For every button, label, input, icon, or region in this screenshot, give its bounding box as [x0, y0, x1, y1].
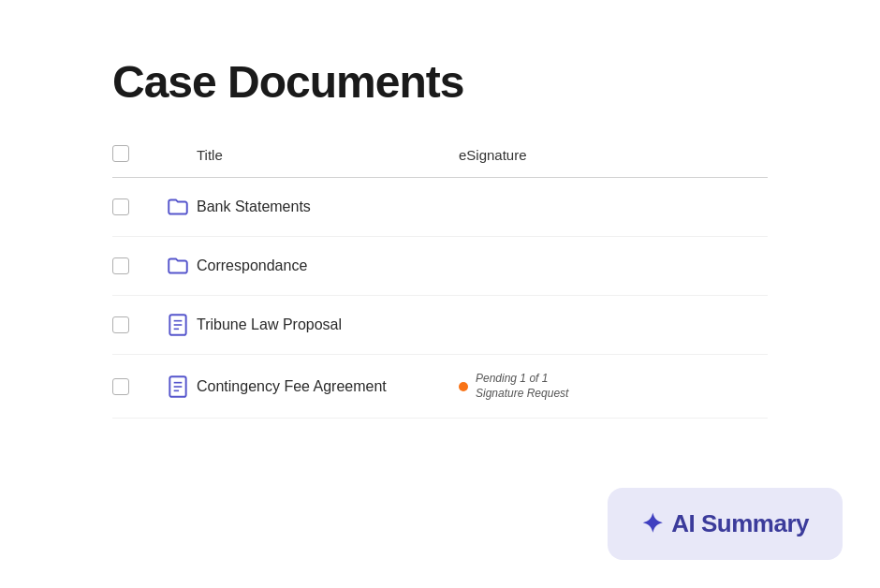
sparkle-icon: ✦ [641, 508, 663, 539]
row-checkbox-tribune[interactable] [112, 316, 129, 333]
folder-icon [159, 195, 197, 219]
pending-status-text: Pending 1 of 1Signature Request [476, 372, 568, 401]
pending-status-dot [459, 382, 468, 391]
row-title-bank-statements: Bank Statements [197, 198, 440, 215]
document-icon [159, 313, 197, 337]
row-checkbox-col [112, 378, 159, 395]
row-title-tribune: Tribune Law Proposal [197, 316, 440, 333]
header-esignature-col: eSignature [440, 147, 768, 164]
table-header: Title eSignature [112, 145, 768, 178]
row-checkbox-correspondance[interactable] [112, 257, 129, 274]
row-esignature-contingency: Pending 1 of 1Signature Request [440, 372, 768, 401]
document-icon [159, 375, 197, 399]
documents-table: Title eSignature Bank Statements [112, 145, 768, 419]
ai-summary-button[interactable]: ✦ AI Summary [608, 488, 843, 560]
row-checkbox-bank-statements[interactable] [112, 198, 129, 215]
ai-summary-label: AI Summary [671, 509, 809, 538]
header-title-col: Title [159, 147, 440, 164]
table-row: Bank Statements [112, 178, 768, 237]
main-container: Case Documents Title eSignature [0, 0, 880, 588]
row-title-contingency: Contingency Fee Agreement [197, 378, 440, 395]
row-title-correspondance: Correspondance [197, 257, 440, 274]
row-checkbox-col [112, 257, 159, 274]
page-title: Case Documents [112, 56, 768, 108]
table-row: Correspondance [112, 237, 768, 296]
row-checkbox-col [112, 316, 159, 333]
table-row: Tribune Law Proposal [112, 296, 768, 355]
title-column-header: Title [197, 147, 223, 163]
ai-summary-container: ✦ AI Summary [608, 488, 843, 560]
row-checkbox-contingency[interactable] [112, 378, 129, 395]
folder-icon [159, 254, 197, 278]
select-all-checkbox[interactable] [112, 145, 129, 162]
row-checkbox-col [112, 198, 159, 215]
table-row: Contingency Fee Agreement Pending 1 of 1… [112, 355, 768, 419]
header-checkbox-col [112, 145, 159, 166]
esignature-column-header: eSignature [459, 147, 527, 163]
